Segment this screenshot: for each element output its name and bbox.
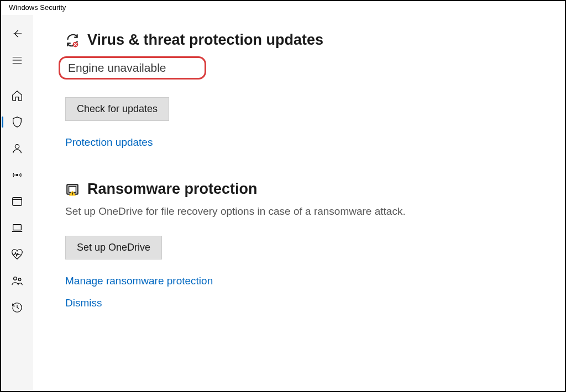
sidebar <box>1 15 33 391</box>
svg-point-4 <box>14 277 17 280</box>
svg-point-1 <box>17 174 18 176</box>
person-icon <box>11 142 23 155</box>
nav-device-security[interactable] <box>6 217 28 239</box>
nav-menu-button[interactable] <box>6 49 28 71</box>
setup-onedrive-button[interactable]: Set up OneDrive <box>65 236 162 259</box>
main-content: Virus & threat protection updates Engine… <box>33 15 565 391</box>
protection-updates-link[interactable]: Protection updates <box>65 136 554 149</box>
heart-pulse-icon <box>11 248 23 261</box>
svg-rect-2 <box>13 198 22 206</box>
back-button[interactable] <box>6 23 28 45</box>
check-updates-button[interactable]: Check for updates <box>65 97 169 121</box>
people-icon <box>11 275 23 287</box>
ransomware-description: Set up OneDrive for file recovery option… <box>65 204 554 219</box>
hamburger-icon <box>11 54 23 66</box>
nav-account-protection[interactable] <box>6 137 28 160</box>
history-icon <box>11 301 23 314</box>
svg-point-0 <box>15 145 19 149</box>
nav-device-performance[interactable] <box>6 243 28 266</box>
svg-point-5 <box>18 278 21 281</box>
nav-protection-history[interactable] <box>6 296 28 319</box>
shield-icon <box>11 116 23 128</box>
arrow-left-icon <box>11 28 23 40</box>
ransomware-section-title: Ransomware protection <box>87 181 258 198</box>
nav-virus-protection[interactable] <box>6 111 28 133</box>
app-icon <box>11 195 23 208</box>
laptop-icon <box>11 222 23 234</box>
broadcast-icon <box>11 169 23 181</box>
nav-firewall[interactable] <box>6 164 28 186</box>
svg-rect-3 <box>13 225 22 230</box>
ransomware-section-header: Ransomware protection <box>65 181 554 198</box>
manage-ransomware-link[interactable]: Manage ransomware protection <box>65 275 554 287</box>
virus-section-header: Virus & threat protection updates <box>65 31 554 49</box>
virus-section-title: Virus & threat protection updates <box>87 31 323 49</box>
svg-point-9 <box>72 194 72 195</box>
nav-home[interactable] <box>6 84 28 107</box>
dismiss-link[interactable]: Dismiss <box>65 297 554 309</box>
refresh-error-icon <box>65 33 80 47</box>
nav-family-options[interactable] <box>6 270 28 292</box>
nav-app-browser[interactable] <box>6 190 28 213</box>
window-title: Windows Security <box>1 1 565 15</box>
home-icon <box>11 89 23 102</box>
folder-warning-icon <box>65 182 80 197</box>
engine-status: Engine unavailable <box>59 56 206 80</box>
